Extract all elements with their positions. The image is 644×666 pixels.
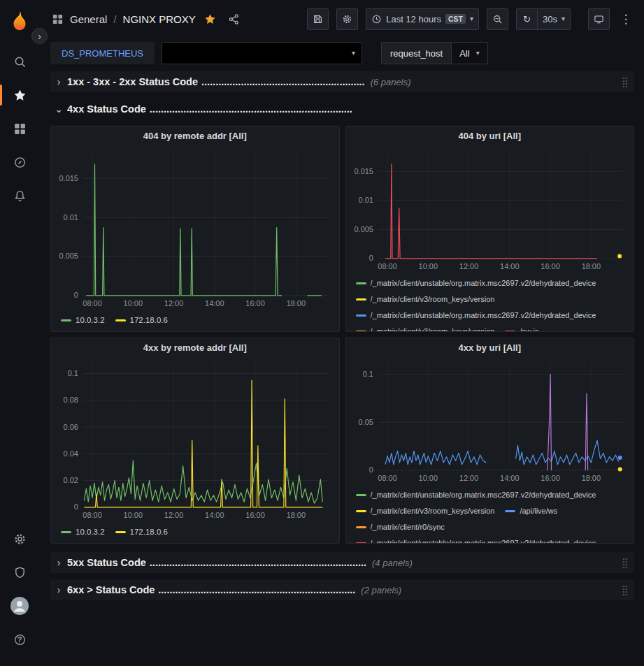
sidebar-item-alerting[interactable] [0,179,39,212]
zoom-out-button[interactable] [487,8,508,30]
legend-item[interactable]: 172.18.0.6 [115,314,168,327]
sidebar-item-configuration[interactable] [0,522,39,556]
clock-icon [371,14,382,24]
chart-404-by-remote-addr[interactable]: 00.0050.010.01508:0010:0012:0014:0016:00… [54,145,336,310]
legend-swatch-icon [115,319,126,321]
legend-item[interactable]: /_matrix/client/unstable/org.matrix.msc2… [356,277,596,290]
legend-swatch-icon [356,526,366,528]
drag-handle-icon[interactable]: ⣿ [622,584,634,595]
legend-swatch-icon [505,331,515,331]
legend-item[interactable]: 10.0.3.2 [61,314,105,327]
legend-label: /_matrix/client/unstable/org.matrix.msc2… [371,277,596,290]
sidebar-item-dashboards[interactable] [0,112,39,145]
svg-text:0.015: 0.015 [354,167,373,175]
row-1xx-3xx-2xx[interactable]: › 1xx - 3xx - 2xx Status Code ..........… [50,71,634,92]
grafana-logo-icon[interactable] [8,10,31,34]
svg-text:0.08: 0.08 [64,396,78,404]
legend-item[interactable]: /_matrix/client/r0/sync [356,521,445,534]
legend-item[interactable]: /api/live/ws [505,505,557,518]
sidebar-item-server-admin[interactable] [0,556,39,589]
svg-text:16:00: 16:00 [245,511,264,519]
svg-text:0.01: 0.01 [64,213,78,222]
chart-404-by-uri[interactable]: 00.0050.010.01508:0010:0012:0014:0016:00… [349,145,631,273]
share-icon[interactable] [228,13,240,25]
legend-item[interactable]: /_matrix/client/v3/room_keys/version [356,505,495,518]
chevron-right-icon: › [50,584,67,595]
sidebar-item-explore[interactable] [0,145,39,179]
dashboard-settings-button[interactable] [336,8,358,30]
question-mark-icon: ? [17,635,22,644]
svg-text:0.06: 0.06 [64,423,78,431]
kebab-menu-button[interactable]: ⋮ [617,8,634,30]
row-4xx[interactable]: ⌄ 4xx Status Code ......................… [50,99,634,120]
tv-mode-button[interactable] [588,8,610,30]
gear-icon [342,14,352,24]
bell-icon [13,189,27,203]
drag-handle-icon[interactable]: ⣿ [622,557,634,568]
svg-text:10:00: 10:00 [418,474,437,482]
svg-text:08:00: 08:00 [83,299,101,307]
favorite-star-icon[interactable] [204,13,216,25]
monitor-icon [594,14,604,24]
panel-title[interactable]: 404 by uri [All] [346,126,634,145]
breadcrumb-folder[interactable]: General [70,13,107,25]
dotted-leader: ........................................… [201,76,365,87]
grafana-app: › [0,0,644,666]
svg-text:08:00: 08:00 [378,474,396,482]
datasource-variable-link[interactable]: DS_PROMETHEUS [50,42,155,64]
drag-handle-icon[interactable]: ⣿ [622,76,634,87]
chart-4xx-by-remote-addr[interactable]: 00.020.040.060.080.108:0010:0012:0014:00… [54,357,336,521]
request-host-select[interactable]: All ▾ [451,42,487,64]
legend-swatch-icon [115,531,126,533]
svg-text:16:00: 16:00 [541,262,559,270]
legend-swatch-icon [356,542,366,543]
request-host-label: request_host [381,42,451,64]
svg-text:18:00: 18:00 [581,262,600,270]
panel-title[interactable]: 404 by remote addr [All] [51,126,339,145]
svg-text:16:00: 16:00 [245,299,264,307]
time-range-picker[interactable]: Last 12 hours CST ▾ [366,8,479,30]
host-variable-select[interactable]: ▾ [162,42,362,64]
refresh-interval-picker[interactable]: 30s ▾ [538,8,571,30]
legend-item[interactable]: /sw.js [505,325,538,331]
time-range-label: Last 12 hours [386,14,441,24]
row-5xx[interactable]: › 5xx Status Code ......................… [50,552,634,573]
user-avatar[interactable] [0,589,39,623]
row-6xx[interactable]: › 6xx > Status Code ....................… [50,579,634,600]
chart-4xx-by-uri[interactable]: 00.050.108:0010:0012:0014:0016:0018:00 [349,357,631,484]
legend-label: 172.18.0.6 [130,526,168,539]
legend-swatch-icon [356,494,366,496]
legend-label: /sw.js [520,325,538,331]
save-dashboard-button[interactable] [307,8,329,30]
legend-item[interactable]: /_matrix/client/unstable/org.matrix.msc2… [356,488,596,502]
apps-grid-icon[interactable] [52,13,64,25]
legend-item[interactable]: /_matrix/client/v3/room_keys/version [356,293,495,306]
refresh-icon: ↻ [523,14,531,24]
refresh-button[interactable]: ↻ [516,8,538,30]
request-host-variable: request_host All ▾ [381,42,488,64]
legend-item[interactable]: 10.0.3.2 [61,526,105,539]
sidebar-item-starred[interactable] [0,78,39,112]
sidebar-item-search[interactable] [0,45,39,78]
legend-swatch-icon [61,531,71,533]
sidebar-expand-button[interactable]: › [31,28,48,44]
legend-item[interactable]: 172.18.0.6 [115,526,168,539]
avatar-icon [10,597,29,615]
legend-item[interactable]: /_matrix/client/unstable/org.matrix.msc2… [356,309,596,322]
refresh-group: ↻ 30s ▾ [516,8,571,30]
legend-item[interactable]: /_matrix/client/v3/room_keys/version [356,325,495,331]
svg-text:0.005: 0.005 [59,252,78,260]
legend-label: /_matrix/client/v3/room_keys/version [371,293,495,306]
row-title: 1xx - 3xx - 2xx Status Code [67,76,198,87]
search-icon [13,55,27,68]
page-title[interactable]: NGINX PROXY [123,13,196,25]
panel-title[interactable]: 4xx by uri [All] [346,338,634,357]
svg-text:0: 0 [368,465,373,474]
panel-title[interactable]: 4xx by remote addr [All] [51,338,339,357]
chevron-down-icon: ⌄ [50,103,67,115]
legend-item[interactable]: /_matrix/client/unstable/org.matrix.msc2… [356,537,596,543]
sidebar-item-help[interactable]: ? [0,623,39,656]
svg-text:16:00: 16:00 [541,474,559,482]
row-title: 4xx Status Code [67,103,146,115]
panel-chart-area: 00.0050.010.01508:0010:0012:0014:0016:00… [346,145,634,273]
